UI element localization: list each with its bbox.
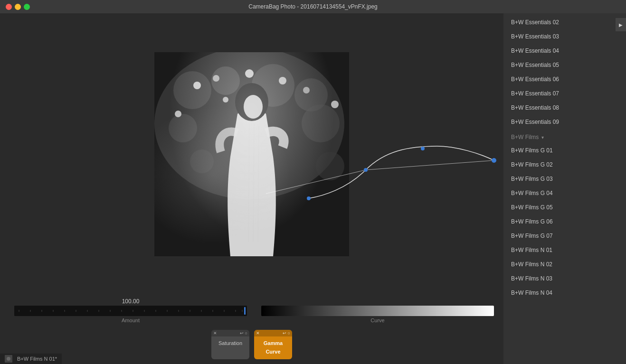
svg-point-2 <box>173 71 211 109</box>
amount-value: 100.00 <box>122 298 140 305</box>
slider-ticks-svg <box>14 306 247 316</box>
preset-item-bwe04[interactable]: B+W Essentials 04 <box>503 44 626 58</box>
saturation-icons: ✕ <box>213 331 217 336</box>
svg-line-22 <box>248 123 249 242</box>
saturation-close-icon[interactable]: ✕ <box>213 331 217 336</box>
svg-point-30 <box>492 158 496 163</box>
preset-item-bwe05[interactable]: B+W Essentials 05 <box>503 58 626 72</box>
svg-point-16 <box>175 111 181 117</box>
preset-item-bwe03[interactable]: B+W Essentials 03 <box>503 29 626 44</box>
saturation-toggle-icon[interactable]: ○ <box>245 331 247 336</box>
svg-point-18 <box>260 93 267 101</box>
svg-point-5 <box>294 78 328 112</box>
play-button[interactable]: ▶ <box>616 18 626 31</box>
curve-label: Curve <box>370 317 384 323</box>
svg-point-17 <box>223 97 228 103</box>
play-icon: ▶ <box>619 22 623 28</box>
preset-item-bwfg03[interactable]: B+W Films G 03 <box>503 172 626 186</box>
preset-item-bwfn04[interactable]: B+W Films N 04 <box>503 286 626 300</box>
gamma-curve-reset-icon[interactable]: ↩ <box>283 331 286 336</box>
saturation-card[interactable]: ✕ ↩ ○ Saturation <box>211 330 249 359</box>
svg-point-8 <box>190 149 214 173</box>
gamma-curve-card-body: GammaCurve <box>254 336 292 359</box>
photo-area <box>0 13 503 295</box>
saturation-reset-icon[interactable]: ↩ <box>240 331 244 336</box>
svg-line-26 <box>366 160 494 170</box>
status-icon-svg <box>5 355 12 363</box>
traffic-lights <box>6 4 30 10</box>
close-button[interactable] <box>6 4 12 10</box>
status-icon <box>5 355 12 363</box>
gamma-curve-right-icons: ↩ ○ <box>283 331 290 336</box>
svg-point-15 <box>331 101 339 108</box>
svg-rect-31 <box>14 306 247 316</box>
svg-point-21 <box>244 95 263 119</box>
bwfilms-group-arrow: ▾ <box>541 135 544 140</box>
gamma-curve-card-header: ✕ ↩ ○ <box>254 330 292 336</box>
svg-point-12 <box>245 69 254 78</box>
svg-rect-0 <box>154 52 349 256</box>
preset-item-bwe09[interactable]: B+W Essentials 09 <box>503 115 626 129</box>
amount-column: 100.00 <box>9 298 252 323</box>
gamma-curve-toggle-icon[interactable]: ○ <box>288 331 290 336</box>
saturation-right-icons: ↩ ○ <box>240 331 247 336</box>
titlebar: CameraBag Photo - 20160714134554_vPnFX.j… <box>0 0 626 13</box>
preset-item-bwfg06[interactable]: B+W Films G 06 <box>503 215 626 229</box>
svg-point-3 <box>211 66 240 95</box>
svg-point-19 <box>235 83 268 121</box>
curve-column: Curve <box>261 298 494 323</box>
preset-list[interactable]: B+W Essentials 02 B+W Essentials 03 B+W … <box>503 13 626 364</box>
preset-item-bwe07[interactable]: B+W Essentials 07 <box>503 86 626 101</box>
center-panel: 100.00 <box>0 13 503 364</box>
preset-item-bwfn03[interactable]: B+W Films N 03 <box>503 271 626 286</box>
gamma-curve-close-icon[interactable]: ✕ <box>256 331 260 336</box>
svg-point-9 <box>316 152 344 180</box>
svg-point-1 <box>154 52 344 199</box>
status-bar: B+W Films N 01* <box>0 354 62 364</box>
saturation-label: Saturation <box>218 340 242 346</box>
svg-point-14 <box>303 87 310 93</box>
svg-point-11 <box>213 75 219 82</box>
svg-rect-53 <box>244 307 246 315</box>
main-layout: 100.00 <box>0 13 626 364</box>
preset-item-bwe02[interactable]: B+W Essentials 02 <box>503 15 626 29</box>
curve-gradient-bar <box>261 306 494 316</box>
saturation-card-body: Saturation <box>211 336 249 351</box>
svg-point-10 <box>193 82 201 89</box>
svg-point-20 <box>237 85 266 109</box>
svg-line-23 <box>253 123 254 242</box>
preset-group-bwfilms[interactable]: B+W Films ▾ <box>503 129 626 143</box>
svg-point-27 <box>364 168 368 172</box>
svg-point-7 <box>302 104 340 142</box>
gamma-curve-card[interactable]: ✕ ↩ ○ GammaCurve <box>254 330 292 359</box>
photo-svg <box>154 52 349 256</box>
preset-item-bwe08[interactable]: B+W Essentials 08 <box>503 101 626 115</box>
svg-point-13 <box>279 77 286 84</box>
svg-point-55 <box>7 357 10 361</box>
status-text: B+W Films N 01* <box>17 356 57 362</box>
effects-bar: ✕ ↩ ○ Saturation ✕ <box>0 326 503 364</box>
amount-label: Amount <box>122 317 140 323</box>
preset-item-bwfg04[interactable]: B+W Films G 04 <box>503 186 626 200</box>
preset-item-bwfn01[interactable]: B+W Films N 01 <box>503 243 626 257</box>
maximize-button[interactable] <box>24 4 30 10</box>
svg-line-24 <box>258 126 259 242</box>
photo-container <box>154 52 349 256</box>
preset-item-bwe06[interactable]: B+W Essentials 06 <box>503 72 626 86</box>
bwfilms-group-label: B+W Films <box>511 134 539 140</box>
preset-item-bwfg02[interactable]: B+W Films G 02 <box>503 158 626 172</box>
preset-item-bwfg05[interactable]: B+W Films G 05 <box>503 200 626 215</box>
saturation-card-header: ✕ ↩ ○ <box>211 330 249 336</box>
sidebar: ▶ Adjustments Presets B+W Essentials 02 … <box>503 13 626 364</box>
preset-item-bwfn02[interactable]: B+W Films N 02 <box>503 257 626 271</box>
svg-point-4 <box>252 64 294 107</box>
minimize-button[interactable] <box>15 4 21 10</box>
gamma-curve-label: GammaCurve <box>264 340 283 355</box>
photo-image <box>154 52 349 256</box>
gamma-curve-left-icons: ✕ <box>256 331 260 336</box>
window-title: CameraBag Photo - 20160714134554_vPnFX.j… <box>248 3 378 10</box>
amount-slider[interactable] <box>14 306 247 316</box>
preset-item-bwfg01[interactable]: B+W Films G 01 <box>503 143 626 158</box>
controls-row: 100.00 <box>9 298 494 323</box>
preset-item-bwfg07[interactable]: B+W Films G 07 <box>503 229 626 243</box>
